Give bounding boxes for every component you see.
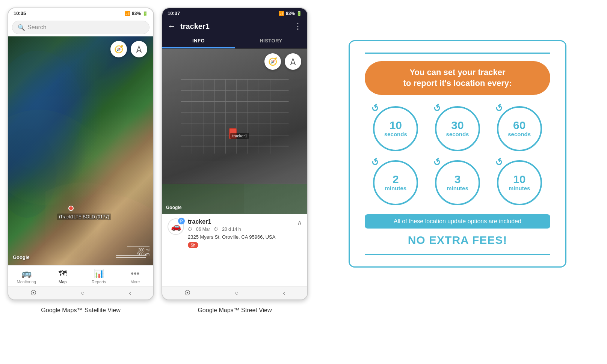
- arrow-icon-3: ↺: [493, 102, 505, 114]
- battery-icon: 🔋: [142, 11, 148, 16]
- infographic-title: You can set your tracker to report it's …: [365, 61, 550, 95]
- phone2-status-icons: 📶 83% 🔋: [279, 11, 302, 16]
- navigation-button[interactable]: [131, 41, 147, 57]
- arrow-icon-5: ↺: [431, 156, 443, 168]
- phone1-status-bar: 10:35 📶 83% 🔋: [8, 8, 153, 18]
- aerial-tracker-label: tracker1: [230, 133, 249, 139]
- scale-line: [127, 247, 149, 247]
- clock-icon: ⏱: [188, 227, 192, 232]
- nav-monitoring[interactable]: 🚌 Monitoring: [15, 269, 38, 284]
- top-divider: [365, 53, 550, 54]
- reports-label: Reports: [92, 280, 106, 284]
- phone2-signal-icon: 📶: [279, 11, 284, 16]
- avatar-p-badge: P: [178, 218, 185, 224]
- no-extra-fees: NO EXTRA FEES!: [365, 234, 550, 247]
- info-panel: 🚗 P tracker1 ⏱ 06 Mar ⏱ 20 d 14 h 2325 M…: [162, 214, 307, 286]
- search-bar-area: 🔍 Search: [8, 18, 153, 36]
- tracker-info-text: tracker1 ⏱ 06 Mar ⏱ 20 d 14 h 2325 Myers…: [188, 218, 302, 248]
- scale-200mi: 200 mi: [127, 248, 149, 252]
- arrow-icon-2: ↺: [431, 102, 443, 114]
- monitoring-label: Monitoring: [17, 280, 36, 284]
- map-label: Map: [59, 280, 66, 284]
- google-watermark: Google: [13, 254, 30, 260]
- chevron-up-icon[interactable]: ∧: [297, 218, 302, 227]
- tracker-address: 2325 Myers St, Oroville, CA 95966, USA: [188, 234, 302, 240]
- timer-icon: ⏱: [214, 227, 218, 232]
- satellite-map-bg: 🧭 iTrack1LTE BOLD (0177) Google 200 mi: [8, 36, 153, 265]
- phone2-home-btn[interactable]: ○: [235, 290, 239, 296]
- battery-text: 83%: [132, 11, 141, 16]
- nav-reports[interactable]: 📊 Reports: [88, 269, 110, 284]
- tracker-title: tracker1: [180, 22, 289, 31]
- svg-rect-17: [162, 161, 307, 183]
- android-navigation-bar: ⦿ ○ ‹: [8, 286, 153, 299]
- phone2-menu-btn[interactable]: ⦿: [184, 290, 190, 296]
- bottom-divider: [365, 254, 550, 255]
- search-icon: 🔍: [18, 24, 24, 31]
- phone2-android-bar: ⦿ ○ ‹: [162, 286, 307, 299]
- arrow-icon-6: ↺: [493, 156, 505, 168]
- tab-info[interactable]: INFO: [162, 34, 235, 48]
- bottom-navigation: 🚌 Monitoring 🗺 Map 📊 Reports ••• More: [8, 265, 153, 286]
- tracker-meta: ⏱ 06 Mar ⏱ 20 d 14 h: [188, 227, 302, 232]
- circles-row-2: ↺ 2 minutes ↺ 3 minutes ↺ 10 minutes: [365, 160, 550, 205]
- circle-60-seconds: ↺ 60 seconds: [497, 106, 542, 151]
- back-button[interactable]: ←: [168, 21, 176, 31]
- tracker-date: 06 Mar: [196, 227, 210, 232]
- circle-2-minutes: ↺ 2 minutes: [373, 160, 418, 205]
- phone2-status-bar: 10:37 📶 83% 🔋: [162, 8, 307, 18]
- map-icon: 🗺: [59, 269, 67, 278]
- phone1-time: 10:35: [14, 11, 26, 16]
- android-menu-btn[interactable]: ⦿: [30, 290, 36, 296]
- aerial-nav-button[interactable]: [285, 53, 301, 70]
- circle-10-seconds: ↺ 10 seconds: [373, 106, 418, 151]
- circles-row-1: ↺ 10 seconds ↺ 30 seconds ↺ 60 seconds: [365, 106, 550, 151]
- tracker-badge: 5h: [188, 242, 198, 248]
- satellite-map[interactable]: 🧭 iTrack1LTE BOLD (0177) Google 200 mi: [8, 36, 153, 265]
- circle-10-minutes: ↺ 10 minutes: [497, 160, 542, 205]
- reports-icon: 📊: [94, 269, 104, 278]
- phone1-caption: Google Maps™ Satellite View: [41, 307, 120, 314]
- nav-map[interactable]: 🗺 Map: [51, 269, 74, 284]
- infographic-panel: You can set your tracker to report it's …: [316, 8, 599, 300]
- infographic-content: You can set your tracker to report it's …: [349, 40, 566, 267]
- aerial-compass-button[interactable]: 🧭: [264, 53, 281, 70]
- aerial-google-watermark: Google: [166, 205, 181, 210]
- search-bar[interactable]: 🔍 Search: [12, 21, 149, 34]
- circle-30-seconds: ↺ 30 seconds: [435, 106, 480, 151]
- phone1-screen: 10:35 📶 83% 🔋 🔍 Search: [8, 8, 154, 300]
- tracker-label: iTrack1LTE BOLD (0177): [57, 214, 111, 220]
- phone2-battery: 83%: [286, 11, 295, 16]
- included-badge: All of these location update options are…: [365, 214, 550, 229]
- phone2-screen: 10:37 📶 83% 🔋 ← tracker1 ⋮ INFO HISTORY: [162, 8, 308, 300]
- nav-more[interactable]: ••• More: [124, 269, 146, 284]
- arrow-icon-4: ↺: [370, 156, 381, 168]
- more-label: More: [130, 280, 140, 284]
- arrow-icon-1: ↺: [370, 102, 381, 114]
- phone2-battery-icon: 🔋: [296, 11, 302, 16]
- aerial-map[interactable]: 🧭 tracker1 Google: [162, 49, 307, 214]
- circle-3-minutes: ↺ 3 minutes: [435, 160, 480, 205]
- aerial-map-bg: 🧭 tracker1 Google: [162, 49, 307, 214]
- phone2-caption: Google Maps™ Street View: [198, 307, 272, 314]
- tracker-avatar: 🚗 P: [168, 218, 184, 235]
- phone2-time: 10:37: [168, 11, 180, 16]
- tracker-marker: [68, 206, 74, 211]
- phone1-status-icons: 📶 83% 🔋: [125, 11, 148, 16]
- android-back-btn[interactable]: ‹: [129, 290, 131, 296]
- tracker-info-header: 🚗 P tracker1 ⏱ 06 Mar ⏱ 20 d 14 h 2325 M…: [168, 218, 302, 248]
- tracker-duration: 20 d 14 h: [222, 227, 241, 232]
- tracker-name-label: tracker1: [188, 218, 302, 225]
- compass-button[interactable]: 🧭: [110, 41, 127, 57]
- tab-history[interactable]: HISTORY: [235, 34, 307, 48]
- signal-icon: 📶: [125, 11, 130, 16]
- scale-bar: 200 mi 500 km: [127, 247, 149, 256]
- scale-500km: 500 km: [127, 252, 149, 256]
- phone2-tab-bar: INFO HISTORY: [162, 34, 307, 49]
- search-input-text[interactable]: Search: [27, 24, 47, 31]
- android-home-btn[interactable]: ○: [81, 290, 85, 296]
- more-options-icon[interactable]: ⋮: [294, 21, 302, 31]
- phone2-back-btn[interactable]: ‹: [283, 290, 285, 296]
- more-icon: •••: [131, 269, 139, 278]
- monitoring-icon: 🚌: [21, 269, 32, 278]
